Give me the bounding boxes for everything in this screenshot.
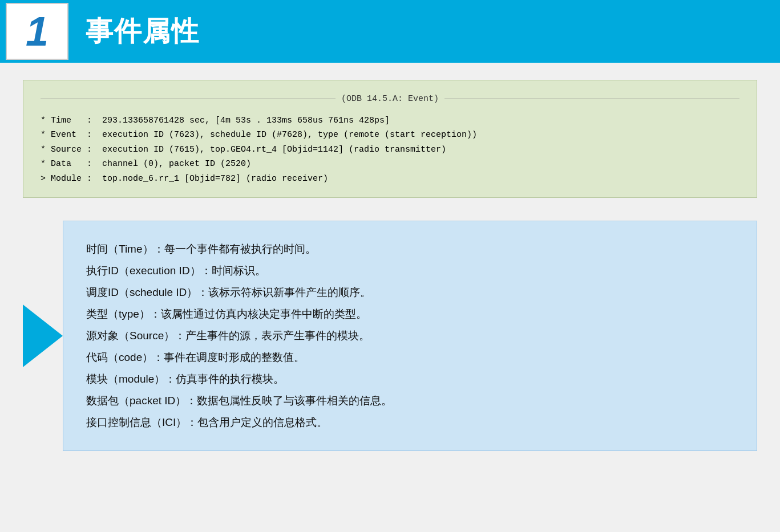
code-block: (ODB 14.5.A: Event) * Time : 293.1336587… bbox=[23, 80, 757, 198]
info-item-6: 代码（code）：事件在调度时形成的整数值。 bbox=[86, 347, 734, 368]
info-item-4: 类型（type）：该属性通过仿真内核决定事件中断的类型。 bbox=[86, 303, 734, 325]
code-line-3: * Source : execution ID (7615), top.GEO4… bbox=[41, 143, 739, 157]
code-line-1: * Time : 293.133658761428 sec, [4m 53s .… bbox=[41, 113, 739, 128]
info-section: 时间（Time）：每一个事件都有被执行的时间。 执行ID（execution I… bbox=[23, 221, 757, 451]
info-item-1: 时间（Time）：每一个事件都有被执行的时间。 bbox=[86, 238, 734, 260]
info-item-9: 接口控制信息（ICI）：包含用户定义的信息格式。 bbox=[86, 412, 734, 433]
code-line-5: > Module : top.node_6.rr_1 [Objid=782] (… bbox=[41, 172, 739, 186]
code-line-4: * Data : channel (0), packet ID (2520) bbox=[41, 157, 739, 172]
header-line-left bbox=[41, 99, 336, 99]
info-item-8: 数据包（packet ID）：数据包属性反映了与该事件相关的信息。 bbox=[86, 390, 734, 412]
info-item-5: 源对象（Source）：产生事件的源，表示产生事件的模块。 bbox=[86, 325, 734, 347]
code-header: (ODB 14.5.A: Event) bbox=[41, 92, 739, 107]
code-header-text: (ODB 14.5.A: Event) bbox=[341, 92, 439, 107]
page-title: 事件属性 bbox=[86, 13, 200, 50]
code-line-2: * Event : execution ID (7623), schedule … bbox=[41, 128, 739, 143]
section-number: 1 bbox=[26, 8, 49, 55]
main-content: (ODB 14.5.A: Event) * Time : 293.1336587… bbox=[0, 63, 780, 532]
info-item-2: 执行ID（execution ID）：时间标识。 bbox=[86, 260, 734, 282]
number-box: 1 bbox=[6, 3, 68, 60]
info-item-3: 调度ID（schedule ID）：该标示符标识新事件产生的顺序。 bbox=[86, 282, 734, 303]
header-line-right bbox=[444, 99, 739, 99]
info-box: 时间（Time）：每一个事件都有被执行的时间。 执行ID（execution I… bbox=[63, 221, 757, 451]
arrow-icon bbox=[23, 304, 63, 367]
header: 1 事件属性 bbox=[0, 0, 780, 63]
info-item-7: 模块（module）：仿真事件的执行模块。 bbox=[86, 368, 734, 390]
arrow-container bbox=[23, 221, 63, 451]
